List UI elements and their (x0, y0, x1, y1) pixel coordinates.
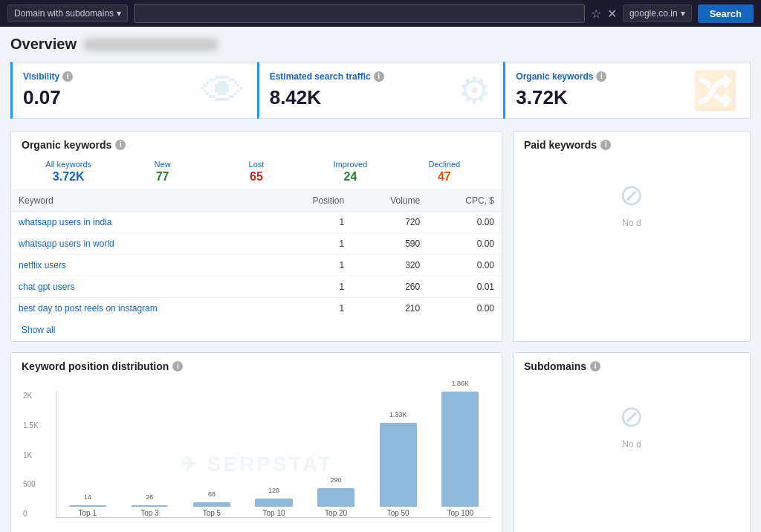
stat-new-label: New (115, 160, 209, 169)
bar[interactable]: 128 (255, 499, 292, 507)
col-keyword: Keyword (11, 190, 273, 212)
table-row: whatsapp users in india 1 720 0.00 (11, 212, 502, 233)
y-label-0: 0 (23, 510, 39, 518)
organic-keywords-header: Organic keywords i (11, 132, 502, 155)
cpc-cell: 0.00 (427, 255, 502, 276)
volume-cell: 210 (352, 298, 427, 319)
kpd-info-icon[interactable]: i (172, 361, 183, 372)
metrics-row: Visibility i 0.07 👁 Estimated search tra… (10, 62, 751, 119)
search-button[interactable]: Search (698, 4, 754, 23)
bar[interactable]: 1.33K (380, 423, 417, 507)
volume-cell: 720 (352, 212, 427, 233)
bar-value-label: 1.33K (389, 411, 407, 418)
bar-axis-label: Top 3 (140, 509, 158, 517)
traffic-card: Estimated search traffic i 8.42K ⚙ (257, 62, 504, 119)
kpd-header: Keyword position distribution i (11, 353, 502, 377)
y-label-1k: 1K (23, 451, 39, 459)
main-content-grid: Organic keywords i All keywords 3.72K Ne… (10, 131, 751, 342)
col-volume: Volume (352, 190, 427, 212)
cpc-cell: 0.01 (427, 276, 502, 298)
paid-keywords-placeholder: ⊘ No d (514, 155, 750, 250)
chevron-down-icon: ▾ (681, 8, 685, 19)
bar-axis-label: Top 20 (325, 509, 347, 517)
visibility-card: Visibility i 0.07 👁 (10, 62, 257, 119)
domain-search-input[interactable] (134, 4, 585, 23)
bar[interactable]: 14 (69, 505, 106, 507)
y-label-1-5k: 1.5K (23, 421, 39, 429)
search-engine-select[interactable]: google.co.in ▾ (623, 4, 692, 22)
stat-lost-value: 65 (210, 170, 303, 184)
engine-label: google.co.in (629, 8, 678, 19)
bar-value-label: 14 (84, 493, 91, 501)
page-title-area: Overview (10, 36, 751, 53)
show-all-link[interactable]: Show all (11, 319, 502, 341)
page-content: Overview Visibility i 0.07 👁 Estimated s… (0, 27, 761, 532)
table-row: netflix users 1 320 0.00 (11, 255, 502, 276)
subdomains-no-data: No d (622, 439, 641, 450)
bar[interactable]: 290 (317, 488, 354, 507)
stat-new-value: 77 (115, 170, 209, 184)
bottom-grid: Keyword position distribution i ✈ SERPST… (10, 352, 751, 532)
stat-improved: Improved 24 (303, 160, 397, 184)
visibility-icon: 👁 (201, 65, 245, 116)
bar-group: 1.33KTop 50 (367, 392, 430, 517)
paid-keywords-info-icon[interactable]: i (600, 140, 611, 150)
keyword-link[interactable]: netflix users (19, 260, 66, 270)
subdomains-no-data-icon: ⊘ (619, 399, 644, 433)
organic-keywords-info-icon[interactable]: i (115, 140, 126, 150)
traffic-info-icon[interactable]: i (374, 71, 384, 82)
kpd-panel: Keyword position distribution i ✈ SERPST… (10, 352, 502, 532)
keyword-link[interactable]: whatsapp users in world (19, 239, 114, 249)
y-label-500: 500 (23, 480, 39, 488)
subdomains-title: Subdomains (524, 360, 586, 372)
organic-kw-info-icon[interactable]: i (596, 71, 606, 82)
keyword-link[interactable]: chat gpt users (19, 282, 74, 292)
bar-group: 14Top 1 (56, 392, 119, 517)
organic-kw-icon: 🔀 (692, 69, 738, 112)
keywords-table: Keyword Position Volume CPC, $ whatsapp … (11, 190, 502, 319)
position-cell: 1 (273, 255, 352, 276)
clear-icon[interactable]: ✕ (607, 7, 617, 21)
bar[interactable]: 1.86K (441, 392, 479, 507)
bar-value-label: 128 (268, 487, 279, 494)
domain-type-select[interactable]: Domain with subdomains ▾ (7, 4, 128, 22)
col-cpc: CPC, $ (427, 190, 502, 212)
bar-group: 128Top 10 (243, 392, 305, 517)
subdomains-placeholder: ⊘ No d (514, 377, 750, 472)
position-cell: 1 (273, 212, 352, 233)
no-data-icon: ⊘ (619, 178, 644, 212)
paid-keywords-header: Paid keywords i (514, 132, 750, 155)
keyword-link[interactable]: whatsapp users in india (19, 217, 111, 227)
table-row: best day to post reels on instagram 1 21… (11, 298, 502, 319)
bar-value-label: 68 (208, 490, 216, 498)
bar-axis-label: Top 10 (263, 509, 285, 517)
paid-keywords-title: Paid keywords (524, 139, 597, 151)
table-row: chat gpt users 1 260 0.01 (11, 276, 502, 298)
stat-lost-label: Lost (210, 160, 303, 169)
stat-declined: Declined 47 (398, 160, 491, 184)
position-cell: 1 (273, 233, 352, 255)
cpc-cell: 0.00 (427, 233, 502, 255)
subdomains-info-icon[interactable]: i (590, 361, 600, 372)
cpc-cell: 0.00 (427, 298, 502, 319)
keyword-link[interactable]: best day to post reels on instagram (19, 303, 158, 314)
page-title: Overview (10, 36, 77, 53)
kpd-title: Keyword position distribution (22, 360, 169, 372)
bar-group: 290Top 20 (305, 392, 367, 517)
col-position: Position (273, 190, 352, 212)
stat-improved-label: Improved (303, 160, 397, 169)
organic-kw-card: Organic keywords i 3.72K 🔀 (503, 62, 751, 119)
bar-group: 1.86KTop 100 (429, 392, 491, 517)
bar-axis-label: Top 1 (79, 509, 97, 517)
star-icon[interactable]: ☆ (591, 7, 601, 21)
bar-axis-label: Top 5 (203, 509, 221, 517)
stat-lost: Lost 65 (210, 160, 303, 184)
traffic-icon: ⚙ (458, 69, 491, 112)
paid-keywords-no-data: No d (622, 218, 641, 228)
position-cell: 1 (273, 298, 352, 319)
visibility-info-icon[interactable]: i (62, 71, 73, 82)
chevron-down-icon: ▾ (117, 8, 121, 19)
stat-all-keywords-label: All keywords (22, 160, 115, 169)
bar[interactable]: 26 (131, 505, 168, 507)
bar[interactable]: 68 (193, 502, 230, 507)
